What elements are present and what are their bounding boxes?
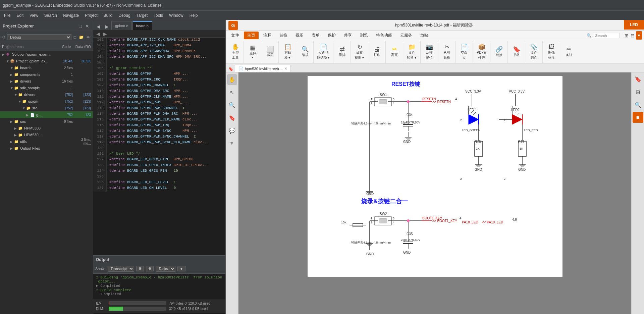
tree-arrow[interactable]: ▶: [14, 133, 18, 137]
menu-navigate[interactable]: Navigate: [60, 12, 82, 19]
menu-help[interactable]: Help: [187, 12, 201, 19]
pdf-tool-comment[interactable]: 💬: [227, 125, 237, 136]
ribbon-btn-bookmark[interactable]: 🔖 书签: [512, 46, 522, 58]
ctrl-btn-2[interactable]: ⊖: [146, 266, 154, 271]
ribbon-btn-scanner[interactable]: 📷 从扫 描仪: [424, 43, 434, 61]
ribbon-btn-clipboard[interactable]: 📋 剪贴 板▼: [283, 43, 293, 61]
pdf-side-active[interactable]: ■: [633, 112, 643, 123]
ribbon-btn-note[interactable]: ✏ 备注: [565, 46, 574, 58]
ribbon-btn-fileconvert[interactable]: 📁 文件 转换▼: [406, 43, 418, 61]
tree-arrow[interactable]: ▶: [10, 147, 14, 150]
pdf-tab-view[interactable]: 视图: [292, 32, 307, 39]
tree-arrow[interactable]: ▶: [14, 126, 18, 130]
pdf-tool-cursor[interactable]: ↖: [227, 87, 237, 97]
pdf-tab-present[interactable]: 放映: [417, 32, 432, 39]
menu-view[interactable]: View: [27, 12, 41, 19]
tree-row-sdk[interactable]: ▼ 📁 sdk_sample 1: [0, 85, 93, 91]
menu-search[interactable]: Search: [42, 12, 60, 19]
layout-icon[interactable]: ⊟: [630, 32, 635, 39]
pdf-tab-comment[interactable]: 注释: [260, 32, 275, 39]
debug-icon-1[interactable]: □: [73, 35, 77, 40]
tree-row-solution[interactable]: ▶ ⚙ Solution 'gpiom_exam...: [0, 51, 93, 58]
close-icon[interactable]: ✕: [84, 23, 90, 29]
ribbon-btn-print[interactable]: 🖨 打印: [372, 46, 382, 58]
ribbon-btn-pdfpkg[interactable]: 📦 PDF文 件包: [475, 43, 488, 61]
pdf-side-search[interactable]: 🔍: [633, 99, 643, 110]
tree-row-drivers-sub[interactable]: ▼ 📁 drivers [752] [123]: [0, 91, 93, 98]
menu-build[interactable]: Build: [101, 12, 115, 19]
code-content[interactable]: 101 #define BOARD_APP_I2C_CLK_NAME clock…: [93, 38, 225, 255]
menu-tools[interactable]: Tools: [151, 12, 166, 19]
pdf-tool-arrow[interactable]: ▶: [227, 138, 237, 148]
tree-arrow[interactable]: ▶: [10, 80, 14, 83]
tab-back-btn[interactable]: ◀: [95, 23, 102, 30]
tab-board-h[interactable]: board.h: [132, 21, 152, 30]
ribbon-btn-link[interactable]: 🔗 链接: [494, 46, 504, 58]
tree-arrow[interactable]: ▼: [10, 66, 14, 70]
ribbon-btn-fromclip[interactable]: ✂ 从剪 贴板: [442, 43, 451, 61]
tree-row-boards[interactable]: ▼ 📁 boards 2 files: [0, 64, 93, 71]
tree-arrow[interactable]: ▶: [10, 73, 14, 76]
active-tab-icon[interactable]: ▪: [636, 31, 642, 40]
ribbon-btn-blank[interactable]: 📄 空白 页: [459, 43, 469, 61]
grid-icon[interactable]: ⊞: [624, 32, 629, 39]
transcript-select[interactable]: Transcript: [108, 266, 134, 272]
tree-view[interactable]: ▶ ⚙ Solution 'gpiom_exam... ▼ 📦 Project …: [0, 51, 93, 314]
menu-window[interactable]: Window: [166, 12, 186, 19]
pdf-side-thumbnail[interactable]: ⊞: [633, 87, 643, 97]
tree-row-drivers[interactable]: ▶ 📁 drivers 16 files: [0, 78, 93, 85]
ribbon-btn-highlight[interactable]: ✏ 高亮: [390, 46, 399, 58]
tree-row-hpm5300[interactable]: ▶ 📁 HPM5300: [0, 125, 93, 132]
ribbon-btn-hand[interactable]: ✋ 手型 工具: [230, 43, 240, 61]
tree-arrow[interactable]: ▶: [2, 53, 6, 56]
tree-row-components[interactable]: ▶ 📁 components 1: [0, 71, 93, 78]
ribbon-btn-attach[interactable]: 📎 文件 附件: [529, 43, 539, 61]
debug-select[interactable]: Debug: [7, 34, 71, 40]
debug-icon-3[interactable]: ✏: [86, 35, 91, 40]
tree-row-src[interactable]: ▼ 📁 src [752] [123]: [0, 105, 93, 111]
pdf-tab-browse[interactable]: 浏览: [357, 32, 371, 39]
tree-row-utils[interactable]: ▶ 📁 utils 3 files, mo...: [0, 138, 93, 145]
ribbon-btn-imgannot[interactable]: 🖼 图像 标注: [547, 43, 556, 61]
nav-forward-btn[interactable]: ▶: [102, 31, 108, 37]
ribbon-btn-reflow[interactable]: ⇄ 重排: [337, 46, 347, 58]
pdf-side-bookmark[interactable]: 🔖: [633, 74, 643, 85]
menu-file[interactable]: File: [1, 12, 13, 19]
menu-edit[interactable]: Edit: [14, 12, 26, 19]
tree-row-hpm530[interactable]: ▶ 📁 HPM530...: [0, 132, 93, 138]
tree-row-file-g[interactable]: ▶ 📄 g... 752 123: [0, 111, 93, 118]
pdf-page-view[interactable]: RESET按键 烧录&按键二合一 SW1 1 2: [238, 72, 631, 314]
nav-back-btn[interactable]: ◀: [95, 31, 101, 37]
tree-arrow[interactable]: ▼: [10, 86, 14, 90]
pdf-tab-protect[interactable]: 保护: [324, 32, 339, 39]
tree-arrow[interactable]: ▶: [10, 120, 14, 123]
tab-gpiom[interactable]: gpiom.c: [111, 21, 132, 30]
tree-arrow[interactable]: ▼: [14, 93, 18, 97]
ribbon-btn-select[interactable]: ▦ 选择 ▼: [248, 44, 258, 60]
pdf-tab-file[interactable]: 文件: [228, 32, 243, 39]
pdf-tab-form[interactable]: 表单: [308, 32, 323, 39]
ctrl-btn-1[interactable]: ⊕: [136, 266, 144, 271]
ribbon-btn-pagefit[interactable]: 📄 页面适 应选项▼: [316, 43, 332, 61]
pdf-search-input[interactable]: [593, 33, 620, 38]
pdf-tab-cloud[interactable]: 云服务: [397, 32, 416, 39]
tree-arrow[interactable]: ▼: [22, 106, 26, 110]
debug-icon-2[interactable]: 📁: [78, 35, 85, 40]
ribbon-btn-screenshot[interactable]: ⬜ 截图: [265, 46, 275, 58]
tab-forward-btn[interactable]: ▶: [103, 23, 111, 30]
pdf-tab-convert[interactable]: 转换: [276, 32, 291, 39]
pdf-doc-tab[interactable]: 📄 hpm5301evklite revb.... ✕: [235, 65, 291, 72]
tree-arrow[interactable]: ▶: [26, 113, 30, 117]
menu-target[interactable]: Target: [134, 12, 150, 19]
tree-arrow[interactable]: ▼: [6, 59, 10, 63]
pdf-tool-zoom[interactable]: 🔍: [227, 100, 237, 110]
tasks-select[interactable]: Tasks: [156, 266, 175, 272]
menu-project[interactable]: Project: [82, 12, 100, 19]
tree-arrow[interactable]: ▶: [10, 140, 14, 144]
ribbon-btn-rotate[interactable]: ↻ 旋转 视图▼: [353, 43, 366, 61]
maximize-icon[interactable]: □: [78, 23, 83, 29]
tree-row-gpiom[interactable]: ▼ 📁 gpiom [752] [123]: [0, 98, 93, 105]
tree-arrow[interactable]: ▼: [18, 100, 22, 103]
tree-row-project[interactable]: ▼ 📦 Project 'gpiom_ex... 18.4K 36.9K: [0, 58, 93, 64]
pdf-tab-home[interactable]: 主页: [244, 32, 259, 39]
